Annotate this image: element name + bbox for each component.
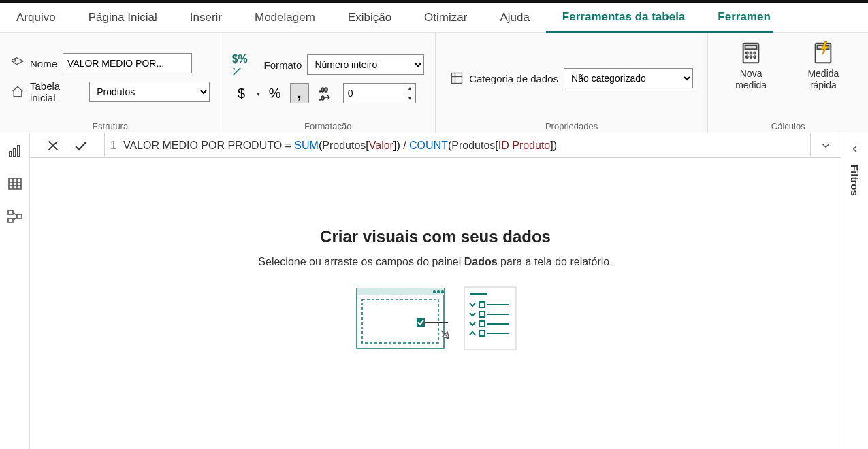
percent-button[interactable]: % <box>266 83 285 103</box>
group-properties: Categoria de dados Não categorizado Prop… <box>436 33 709 133</box>
svg-rect-7 <box>745 46 757 50</box>
lightning-calculator-icon <box>811 41 835 65</box>
svg-rect-18 <box>18 146 20 156</box>
svg-point-8 <box>746 52 748 54</box>
svg-rect-39 <box>464 287 516 350</box>
decimal-up[interactable]: ▴ <box>404 84 415 93</box>
svg-rect-16 <box>10 152 12 156</box>
home-table-select[interactable]: Produtos <box>89 82 209 102</box>
tab-arquivo[interactable]: Arquivo <box>0 3 72 32</box>
category-icon <box>450 71 464 85</box>
svg-point-0 <box>14 60 16 61</box>
cancel-formula-icon[interactable] <box>46 138 61 153</box>
thousand-sep-button[interactable]: , <box>290 83 309 103</box>
svg-rect-17 <box>14 148 16 156</box>
format-icon: $% <box>232 53 259 76</box>
tab-ferramentas-trunc[interactable]: Ferramen <box>701 3 773 33</box>
workspace: 1 VALOR MEDIO POR PRODUTO = SUM(Produtos… <box>0 133 868 449</box>
svg-rect-3 <box>452 73 462 84</box>
svg-text:.0: .0 <box>319 95 325 101</box>
new-measure-label: Nova medida <box>724 68 777 91</box>
svg-rect-31 <box>357 288 444 348</box>
group-calculations: Nova medida Medida rápida Cálculos <box>708 33 868 133</box>
ribbon: Nome Tabela inicial Produtos Estrutura $… <box>0 33 868 133</box>
svg-point-12 <box>750 56 752 58</box>
name-label: Nome <box>30 58 57 69</box>
expand-formula-button[interactable] <box>811 133 841 157</box>
empty-illustration <box>354 284 517 352</box>
decimal-shift-button[interactable]: .00.0 <box>315 83 338 103</box>
svg-rect-24 <box>8 210 13 214</box>
tab-modelagem[interactable]: Modelagem <box>238 3 332 32</box>
ribbon-tabs: Arquivo Página Inicial Inserir Modelagem… <box>0 3 868 33</box>
tab-ajuda[interactable]: Ajuda <box>483 3 545 32</box>
svg-rect-19 <box>9 178 21 189</box>
line-number: 1 <box>110 139 116 152</box>
name-tag-icon <box>11 56 25 70</box>
svg-point-33 <box>433 290 436 293</box>
format-label: Formato <box>264 59 302 71</box>
svg-point-34 <box>437 290 440 293</box>
group-label-structure: Estrutura <box>11 118 210 131</box>
formula-editor[interactable]: 1 VALOR MEDIO POR PRODUTO = SUM(Produtos… <box>105 133 811 157</box>
group-formatting: $% Formato Número inteiro $ ▾ % , .00.0 <box>221 33 436 133</box>
empty-canvas: Criar visuais com seus dados Selecione o… <box>30 158 841 449</box>
category-label: Categoria de dados <box>469 73 558 84</box>
commit-formula-icon[interactable] <box>73 137 89 154</box>
data-view-icon[interactable] <box>7 176 23 192</box>
group-label-formatting: Formatação <box>232 118 424 131</box>
svg-line-28 <box>13 217 17 220</box>
quick-measure-label: Medida rápida <box>795 68 852 91</box>
category-select[interactable]: Não categorizado <box>564 68 693 88</box>
tab-ferramentas-tabela[interactable]: Ferramentas da tabela <box>546 3 701 33</box>
measure-name-input[interactable] <box>63 53 192 73</box>
filters-panel-label: Filtros <box>849 165 861 196</box>
svg-text:.00: .00 <box>319 86 328 93</box>
format-select[interactable]: Número inteiro <box>307 54 423 75</box>
calculator-icon <box>739 41 763 65</box>
svg-point-35 <box>441 290 444 293</box>
svg-point-10 <box>754 52 756 54</box>
tab-exibicao[interactable]: Exibição <box>332 3 408 32</box>
decimal-down[interactable]: ▾ <box>404 93 415 103</box>
view-switcher-rail <box>0 133 30 449</box>
svg-rect-26 <box>17 214 22 218</box>
svg-line-27 <box>13 212 17 216</box>
group-label-calculations: Cálculos <box>719 118 857 131</box>
decimal-places-input[interactable] <box>343 83 404 103</box>
home-icon <box>11 85 25 99</box>
home-table-label: Tabela inicial <box>30 80 84 103</box>
new-measure-button[interactable]: Nova medida <box>719 38 782 94</box>
svg-point-11 <box>746 56 748 58</box>
svg-point-9 <box>750 52 752 54</box>
model-view-icon[interactable] <box>7 208 23 224</box>
svg-point-13 <box>754 56 756 58</box>
tab-pagina-inicial[interactable]: Página Inicial <box>72 3 174 32</box>
currency-button[interactable]: $ <box>232 83 251 103</box>
currency-dropdown-icon[interactable]: ▾ <box>257 90 260 97</box>
group-label-properties: Propriedades <box>447 118 697 131</box>
empty-title: Criar visuais com seus dados <box>320 227 551 246</box>
svg-rect-25 <box>8 218 13 222</box>
quick-measure-button[interactable]: Medida rápida <box>790 38 857 94</box>
empty-subtitle: Selecione ou arraste os campos do painel… <box>258 256 612 268</box>
formula-bar: 1 VALOR MEDIO POR PRODUTO = SUM(Produtos… <box>30 133 841 158</box>
filters-panel-collapsed[interactable]: Filtros <box>841 133 868 449</box>
svg-rect-32 <box>357 288 444 295</box>
formula-text: VALOR MEDIO POR PRODUTO = SUM(Produtos[V… <box>123 139 557 152</box>
group-structure: Nome Tabela inicial Produtos Estrutura <box>0 33 221 133</box>
svg-rect-37 <box>417 318 425 327</box>
tab-otimizar[interactable]: Otimizar <box>408 3 483 32</box>
report-view-icon[interactable] <box>7 143 23 159</box>
expand-panel-icon[interactable] <box>849 143 861 155</box>
tab-inserir[interactable]: Inserir <box>174 3 238 32</box>
canvas-area: 1 VALOR MEDIO POR PRODUTO = SUM(Produtos… <box>30 133 841 449</box>
